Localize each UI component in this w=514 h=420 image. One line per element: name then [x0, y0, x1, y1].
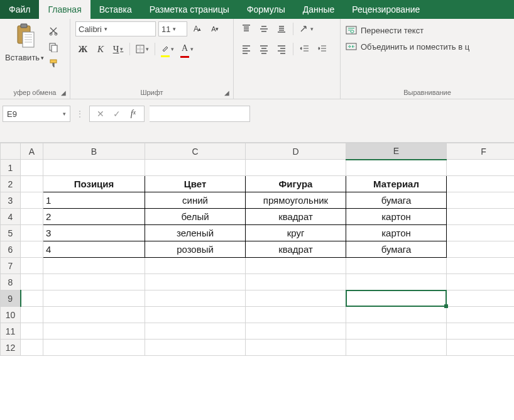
- row-header-2[interactable]: 2: [1, 176, 21, 192]
- row-header-7[interactable]: 7: [1, 258, 21, 274]
- cell[interactable]: [346, 160, 447, 176]
- insert-function-button[interactable]: fx: [126, 109, 140, 119]
- cell[interactable]: [246, 307, 346, 323]
- wrap-text-button[interactable]: Перенести текст: [346, 25, 424, 35]
- cell[interactable]: [447, 340, 515, 356]
- align-center-button[interactable]: [256, 41, 271, 57]
- cell[interactable]: [447, 241, 515, 258]
- cell[interactable]: [145, 323, 246, 340]
- align-bottom-button[interactable]: [274, 21, 289, 36]
- cell[interactable]: бумага: [346, 192, 447, 209]
- cell[interactable]: [43, 160, 145, 176]
- cell[interactable]: [21, 290, 43, 307]
- italic-button[interactable]: К: [93, 41, 108, 57]
- cell[interactable]: [246, 258, 346, 274]
- cell[interactable]: [145, 307, 246, 323]
- cell[interactable]: картон: [346, 209, 447, 225]
- cell[interactable]: [43, 323, 145, 340]
- cell[interactable]: [145, 340, 246, 356]
- row-header-6[interactable]: 6: [1, 241, 21, 258]
- format-painter-button[interactable]: [48, 58, 59, 69]
- accept-formula-button[interactable]: ✓: [110, 109, 124, 119]
- row-header-10[interactable]: 10: [1, 307, 21, 323]
- cell[interactable]: [246, 340, 346, 356]
- cell[interactable]: [21, 160, 43, 176]
- clipboard-dialog-launcher-icon[interactable]: ◢: [61, 89, 66, 96]
- cut-button[interactable]: [48, 25, 59, 36]
- paste-button[interactable]: [12, 21, 37, 52]
- spreadsheet-grid[interactable]: A B C D E F 1 2 Позиция Цвет Фигура Мате…: [0, 143, 514, 356]
- col-header-D[interactable]: D: [246, 143, 346, 160]
- cell[interactable]: Материал: [346, 176, 447, 192]
- cell[interactable]: [21, 274, 43, 290]
- align-top-button[interactable]: [239, 21, 254, 36]
- cell[interactable]: [346, 307, 447, 323]
- col-header-A[interactable]: A: [21, 143, 43, 160]
- col-header-F[interactable]: F: [447, 143, 515, 160]
- cell[interactable]: 4: [43, 241, 145, 258]
- cell[interactable]: Позиция: [43, 176, 145, 192]
- row-header-4[interactable]: 4: [1, 209, 21, 225]
- copy-button[interactable]: [48, 41, 59, 53]
- font-dialog-launcher-icon[interactable]: ◢: [224, 89, 229, 96]
- underline-button[interactable]: Ч: [111, 41, 126, 57]
- cell[interactable]: [346, 274, 447, 290]
- font-color-button[interactable]: A: [178, 41, 195, 57]
- cell[interactable]: прямоугольник: [246, 192, 346, 209]
- cell[interactable]: Фигура: [246, 176, 346, 192]
- cell[interactable]: [447, 209, 515, 225]
- tab-file[interactable]: Файл: [0, 0, 39, 19]
- row-header-9[interactable]: 9: [1, 290, 21, 307]
- font-size-combo[interactable]: 11▾: [158, 21, 187, 36]
- cell[interactable]: [43, 274, 145, 290]
- cell[interactable]: [21, 307, 43, 323]
- tab-formulas[interactable]: Формулы: [238, 0, 294, 19]
- col-header-B[interactable]: B: [43, 143, 145, 160]
- align-middle-button[interactable]: [256, 21, 271, 36]
- cell[interactable]: [447, 290, 515, 307]
- cell[interactable]: белый: [145, 209, 246, 225]
- cell[interactable]: [246, 160, 346, 176]
- row-header-12[interactable]: 12: [1, 340, 21, 356]
- col-header-E[interactable]: E: [346, 143, 447, 160]
- cell[interactable]: [43, 258, 145, 274]
- cell[interactable]: [21, 323, 43, 340]
- cell[interactable]: [447, 323, 515, 340]
- cell[interactable]: [21, 209, 43, 225]
- cell[interactable]: 1: [43, 192, 145, 209]
- cell[interactable]: [43, 307, 145, 323]
- cell[interactable]: [21, 340, 43, 356]
- align-right-button[interactable]: [274, 41, 289, 57]
- formula-bar-input[interactable]: [150, 106, 250, 122]
- name-box[interactable]: E9 ▾: [3, 106, 70, 122]
- chevron-down-icon[interactable]: ▾: [63, 111, 66, 117]
- select-all-corner[interactable]: [1, 143, 21, 160]
- cell[interactable]: [246, 274, 346, 290]
- cell[interactable]: [346, 340, 447, 356]
- cell[interactable]: [145, 290, 246, 307]
- cell[interactable]: [21, 192, 43, 209]
- bold-button[interactable]: Ж: [75, 41, 90, 57]
- cell[interactable]: зеленый: [145, 225, 246, 241]
- cell[interactable]: бумага: [346, 241, 447, 258]
- cell[interactable]: квадрат: [246, 241, 346, 258]
- row-header-11[interactable]: 11: [1, 323, 21, 340]
- cell[interactable]: [145, 258, 246, 274]
- row-header-8[interactable]: 8: [1, 274, 21, 290]
- cell[interactable]: [447, 258, 515, 274]
- tab-insert[interactable]: Вставка: [90, 0, 141, 19]
- active-cell[interactable]: [346, 290, 447, 307]
- cell[interactable]: 2: [43, 209, 145, 225]
- col-header-C[interactable]: C: [145, 143, 246, 160]
- cell[interactable]: [447, 307, 515, 323]
- cell[interactable]: 3: [43, 225, 145, 241]
- cell[interactable]: [246, 290, 346, 307]
- decrease-font-button[interactable]: A▾: [207, 21, 222, 36]
- cell[interactable]: [346, 323, 447, 340]
- orientation-button[interactable]: [297, 21, 315, 36]
- borders-button[interactable]: [134, 41, 151, 57]
- decrease-indent-button[interactable]: [297, 41, 312, 57]
- cancel-formula-button[interactable]: ✕: [94, 109, 107, 119]
- cell[interactable]: [21, 225, 43, 241]
- font-name-combo[interactable]: Calibri▾: [75, 21, 156, 36]
